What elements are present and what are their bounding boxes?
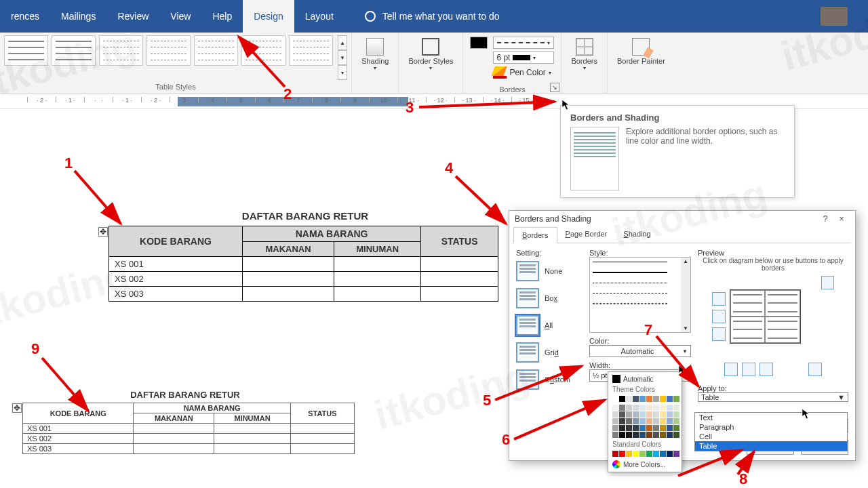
color-swatch[interactable]: [612, 411, 618, 418]
tab-view[interactable]: View: [159, 0, 201, 33]
color-swatch[interactable]: [646, 451, 652, 457]
dialog-close-button[interactable]: ×: [833, 214, 850, 224]
color-swatch[interactable]: [673, 411, 679, 418]
preview-diag-btn[interactable]: [821, 276, 834, 289]
color-swatch[interactable]: [619, 432, 625, 438]
color-swatch[interactable]: [646, 432, 652, 438]
color-swatch[interactable]: [653, 425, 659, 431]
apply-to-combo[interactable]: Table ▼: [698, 392, 848, 402]
color-swatch[interactable]: [612, 451, 618, 457]
preview-bottom-border-btn[interactable]: [712, 327, 726, 341]
table-row[interactable]: XS 002: [23, 434, 355, 444]
th-makanan[interactable]: MAKANAN: [243, 242, 334, 257]
setting-custom[interactable]: Custom: [516, 369, 583, 390]
gallery-more[interactable]: ▾: [338, 65, 347, 80]
color-swatch[interactable]: [626, 451, 632, 457]
color-swatch[interactable]: [639, 411, 646, 418]
dialog-help-button[interactable]: ?: [817, 214, 833, 224]
color-swatch[interactable]: [646, 405, 652, 411]
color-swatch[interactable]: [633, 432, 639, 438]
th2-nama[interactable]: NAMA BARANG: [134, 403, 290, 413]
color-swatch[interactable]: [673, 451, 679, 457]
color-swatch[interactable]: [673, 405, 679, 411]
border-styles-button[interactable]: Border Styles ▾: [406, 37, 456, 73]
color-swatch[interactable]: [639, 432, 646, 438]
setting-grid[interactable]: Grid: [516, 342, 583, 363]
shading-button[interactable]: Shading ▾: [359, 37, 391, 73]
color-swatch[interactable]: [646, 418, 652, 424]
borders-button[interactable]: Borders ▾: [568, 37, 600, 73]
color-swatch[interactable]: [646, 411, 652, 418]
color-swatch[interactable]: [667, 432, 673, 438]
preview-inner-v-btn[interactable]: [742, 363, 755, 376]
color-swatch[interactable]: [653, 411, 659, 418]
style-scroll-up[interactable]: ▲: [682, 258, 689, 265]
color-swatch[interactable]: [673, 418, 679, 424]
th-status[interactable]: STATUS: [421, 226, 498, 257]
apply-opt-text[interactable]: Text: [695, 413, 847, 422]
tab-layout[interactable]: Layout: [294, 0, 344, 33]
color-swatch[interactable]: [612, 432, 618, 438]
color-swatch[interactable]: [619, 396, 625, 402]
color-swatch[interactable]: [660, 411, 666, 418]
tab-help[interactable]: Help: [201, 0, 243, 33]
preview-inner-h-btn[interactable]: [712, 310, 726, 323]
table-row[interactable]: XS 003: [23, 444, 355, 454]
main-table[interactable]: KODE BARANG NAMA BARANG STATUS MAKANAN M…: [108, 226, 498, 302]
user-avatar[interactable]: [821, 7, 848, 26]
table-style-thumb[interactable]: [289, 35, 333, 66]
table-style-thumb[interactable]: [146, 35, 191, 66]
th-minuman[interactable]: MINUMAN: [334, 242, 421, 257]
th2-status[interactable]: STATUS: [290, 403, 354, 424]
color-swatch[interactable]: [639, 451, 646, 457]
tab-design[interactable]: Design: [243, 0, 294, 33]
color-combo[interactable]: Automatic ▼: [589, 345, 691, 357]
table-row[interactable]: XS 001: [109, 257, 498, 272]
color-swatch[interactable]: [633, 451, 639, 457]
table-style-thumb[interactable]: [4, 35, 48, 66]
color-swatch[interactable]: [633, 396, 639, 402]
color-swatch[interactable]: [667, 411, 673, 418]
style-scroll-down[interactable]: ▼: [682, 325, 689, 332]
color-swatch[interactable]: [639, 405, 646, 411]
color-swatch[interactable]: [673, 425, 679, 431]
color-swatch[interactable]: [626, 418, 632, 424]
th2-kode[interactable]: KODE BARANG: [23, 403, 134, 424]
border-painter-button[interactable]: Border Painter: [614, 37, 668, 66]
setting-all[interactable]: All: [516, 315, 583, 336]
table-style-thumb[interactable]: [241, 35, 285, 66]
tab-references[interactable]: rences: [0, 0, 50, 33]
color-swatch[interactable]: [626, 396, 632, 402]
result-table[interactable]: KODE BARANG NAMA BARANG STATUS MAKANAN M…: [22, 403, 355, 454]
color-swatch[interactable]: [660, 451, 666, 457]
color-swatch[interactable]: [653, 396, 659, 402]
color-swatch[interactable]: [660, 396, 666, 402]
color-swatch[interactable]: [639, 418, 646, 424]
borders-dialog-launcher[interactable]: ↘: [550, 83, 559, 92]
color-swatch[interactable]: [612, 405, 618, 411]
table-row[interactable]: XS 003: [109, 287, 498, 302]
color-swatch[interactable]: [667, 418, 673, 424]
pen-weight-select[interactable]: 6 pt ▾: [493, 52, 554, 64]
tellme-input[interactable]: Tell me what you want to do: [382, 11, 500, 22]
th-nama[interactable]: NAMA BARANG: [243, 226, 421, 242]
th2-minuman[interactable]: MINUMAN: [214, 413, 291, 424]
color-swatch[interactable]: [612, 425, 618, 431]
style-listbox[interactable]: ▲▼: [589, 257, 691, 333]
gallery-scroll-up[interactable]: ▲: [338, 35, 347, 50]
color-swatch[interactable]: [639, 425, 646, 431]
preview-top-border-btn[interactable]: [712, 292, 726, 306]
color-swatch[interactable]: [633, 418, 639, 424]
color-swatch[interactable]: [653, 418, 659, 424]
apply-opt-paragraph[interactable]: Paragraph: [695, 422, 847, 432]
color-swatch[interactable]: [633, 425, 639, 431]
color-swatch[interactable]: [619, 405, 625, 411]
color-swatch[interactable]: [633, 411, 639, 418]
color-swatch[interactable]: [619, 451, 625, 457]
color-swatch[interactable]: [660, 418, 666, 424]
color-swatch[interactable]: [660, 405, 666, 411]
dlg-tab-borders[interactable]: BBordersorders: [513, 227, 557, 243]
color-swatch[interactable]: [626, 432, 632, 438]
table-move-handle[interactable]: ✥: [98, 227, 108, 237]
color-swatch[interactable]: [612, 396, 618, 402]
